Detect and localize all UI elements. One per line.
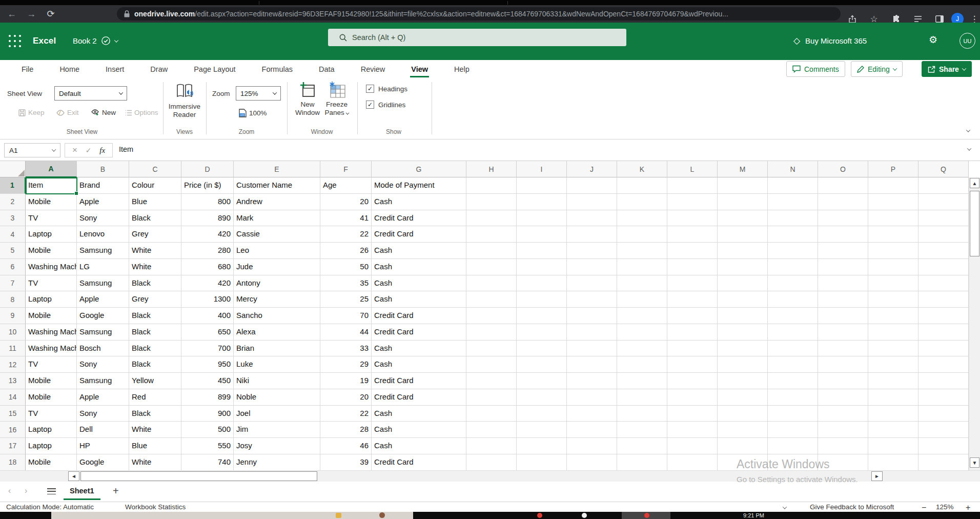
sheet-tab-sheet1[interactable]: Sheet1 <box>64 485 100 500</box>
cell-A7[interactable]: TV <box>26 275 77 292</box>
cell-H15[interactable] <box>466 406 517 422</box>
cell-M5[interactable] <box>718 243 768 259</box>
row-number-2[interactable]: 2 <box>0 194 26 210</box>
cell-G3[interactable]: Credit Card <box>372 210 466 227</box>
cell-J6[interactable] <box>567 259 617 275</box>
cell-E2[interactable]: Andrew <box>234 194 320 210</box>
cell-E7[interactable]: Antony <box>234 275 320 292</box>
cell-Q13[interactable] <box>918 373 969 389</box>
cell-J11[interactable] <box>567 341 617 357</box>
cell-C8[interactable]: Grey <box>129 291 181 308</box>
cell-F16[interactable]: 28 <box>320 422 372 438</box>
column-header-k[interactable]: K <box>617 161 667 177</box>
scroll-left-icon[interactable]: ◄ <box>68 471 79 481</box>
cell-H17[interactable] <box>466 438 517 454</box>
scroll-up-icon[interactable]: ▲ <box>970 178 979 188</box>
cell-M10[interactable] <box>718 324 768 341</box>
settings-gear-icon[interactable]: ⚙ <box>929 34 937 46</box>
cell-L11[interactable] <box>667 341 718 357</box>
cell-K7[interactable] <box>617 275 667 292</box>
all-sheets-menu-icon[interactable] <box>47 488 56 494</box>
cell-K8[interactable] <box>617 291 667 308</box>
cell-M3[interactable] <box>718 210 768 227</box>
tab-review[interactable]: Review <box>360 61 386 77</box>
cell-L16[interactable] <box>667 422 718 438</box>
cell-D11[interactable]: 700 <box>181 341 234 357</box>
gridlines-checkbox-box[interactable]: ✓ <box>366 101 374 109</box>
cell-M18[interactable] <box>718 454 768 471</box>
cell-H13[interactable] <box>466 373 517 389</box>
cell-K16[interactable] <box>617 422 667 438</box>
cell-L10[interactable] <box>667 324 718 341</box>
cell-H10[interactable] <box>466 324 517 341</box>
cell-F9[interactable]: 70 <box>320 308 372 324</box>
cell-B10[interactable]: Samsung <box>77 324 129 341</box>
column-header-m[interactable]: M <box>718 161 768 177</box>
cell-F11[interactable]: 33 <box>320 341 372 357</box>
cell-H4[interactable] <box>466 226 517 243</box>
cell-F18[interactable]: 39 <box>320 454 372 471</box>
cell-J5[interactable] <box>567 243 617 259</box>
cell-G16[interactable]: Cash <box>372 422 466 438</box>
cell-Q3[interactable] <box>918 210 969 227</box>
cell-E13[interactable]: Niki <box>234 373 320 389</box>
cell-H8[interactable] <box>466 291 517 308</box>
cell-E17[interactable]: Josy <box>234 438 320 454</box>
cell-O17[interactable] <box>818 438 868 454</box>
cell-B8[interactable]: Apple <box>77 291 129 308</box>
cell-G7[interactable]: Cash <box>372 275 466 292</box>
cell-I3[interactable] <box>517 210 567 227</box>
cell-J15[interactable] <box>567 406 617 422</box>
row-number-14[interactable]: 14 <box>0 389 26 406</box>
cell-P16[interactable] <box>868 422 918 438</box>
cell-G11[interactable]: Cash <box>372 341 466 357</box>
cell-J7[interactable] <box>567 275 617 292</box>
document-title[interactable]: Book 2 <box>73 36 118 45</box>
cell-H1[interactable] <box>466 177 517 194</box>
cell-N3[interactable] <box>768 210 818 227</box>
tab-formulas[interactable]: Formulas <box>261 61 294 77</box>
cell-G14[interactable]: Credit Card <box>372 389 466 406</box>
cell-L1[interactable] <box>667 177 718 194</box>
cell-Q11[interactable] <box>918 341 969 357</box>
cell-J10[interactable] <box>567 324 617 341</box>
cell-N6[interactable] <box>768 259 818 275</box>
cell-H18[interactable] <box>466 454 517 471</box>
cell-E6[interactable]: Jude <box>234 259 320 275</box>
cell-B2[interactable]: Apple <box>77 194 129 210</box>
cell-B7[interactable]: Samsung <box>77 275 129 292</box>
row-number-4[interactable]: 4 <box>0 226 26 243</box>
cell-G9[interactable]: Credit Card <box>372 308 466 324</box>
tab-view[interactable]: View <box>410 61 429 77</box>
zoom-100-button[interactable]: 100 100% <box>239 109 267 117</box>
cell-Q2[interactable] <box>918 194 969 210</box>
cell-I11[interactable] <box>517 341 567 357</box>
horizontal-scrollbar[interactable]: ◄ ► <box>0 470 980 482</box>
cell-Q14[interactable] <box>918 389 969 406</box>
cell-C5[interactable]: White <box>129 243 181 259</box>
cell-J9[interactable] <box>567 308 617 324</box>
cell-N18[interactable] <box>768 454 818 471</box>
row-number-10[interactable]: 10 <box>0 324 26 341</box>
cell-B13[interactable]: Samsung <box>77 373 129 389</box>
cell-C7[interactable]: Black <box>129 275 181 292</box>
zoom-dropdown[interactable]: 125% <box>236 86 281 101</box>
cell-H6[interactable] <box>466 259 517 275</box>
cell-C11[interactable]: Black <box>129 341 181 357</box>
cell-B5[interactable]: Samsung <box>77 243 129 259</box>
row-number-1[interactable]: 1 <box>0 177 26 194</box>
cell-B12[interactable]: Sony <box>77 356 129 373</box>
select-all-corner[interactable] <box>0 161 26 177</box>
cell-M16[interactable] <box>718 422 768 438</box>
search-input[interactable]: Search (Alt + Q) <box>328 29 626 46</box>
cell-N1[interactable] <box>768 177 818 194</box>
cell-M6[interactable] <box>718 259 768 275</box>
cell-N10[interactable] <box>768 324 818 341</box>
cell-A4[interactable]: Laptop <box>26 226 77 243</box>
new-window-button[interactable] <box>299 81 316 98</box>
cell-K14[interactable] <box>617 389 667 406</box>
cell-A9[interactable]: Mobile <box>26 308 77 324</box>
editing-mode-button[interactable]: Editing <box>851 61 903 77</box>
tab-insert[interactable]: Insert <box>105 61 125 77</box>
cell-B16[interactable]: Dell <box>77 422 129 438</box>
